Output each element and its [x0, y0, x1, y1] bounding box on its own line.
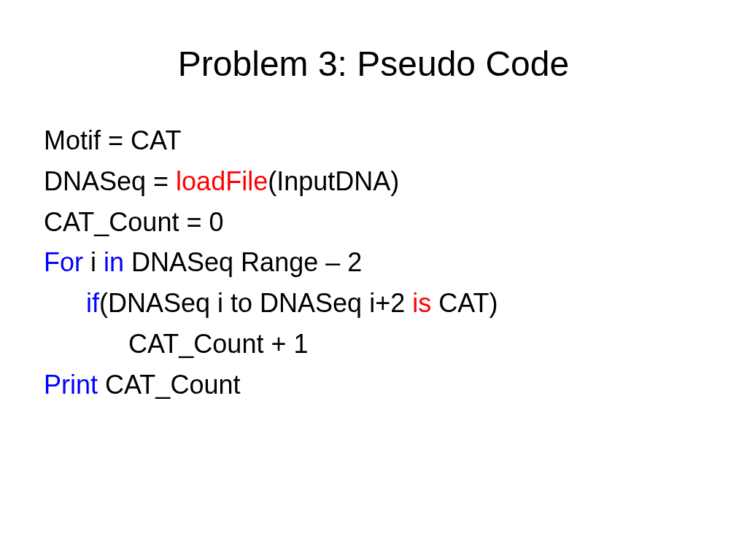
- code-line-5: if(DNASeq i to DNASeq i+2 is CAT): [44, 283, 703, 324]
- keyword-for: For: [44, 247, 83, 277]
- code-text: CAT): [431, 288, 498, 318]
- code-line-3: CAT_Count = 0: [44, 202, 703, 243]
- code-text: (InputDNA): [268, 166, 399, 196]
- keyword-loadfile: loadFile: [176, 166, 268, 196]
- slide-title: Problem 3: Pseudo Code: [44, 44, 703, 84]
- code-text: i: [83, 247, 104, 277]
- keyword-print: Print: [44, 370, 98, 400]
- code-text: (DNASeq i to DNASeq i+2: [99, 288, 412, 318]
- code-text: DNASeq Range – 2: [124, 247, 362, 277]
- keyword-in: in: [104, 247, 124, 277]
- code-text: DNASeq =: [44, 166, 176, 196]
- slide: Problem 3: Pseudo Code Motif = CAT DNASe…: [0, 0, 747, 560]
- code-line-6: CAT_Count + 1: [44, 324, 703, 365]
- code-text: CAT_Count: [98, 370, 240, 400]
- keyword-is: is: [412, 288, 431, 318]
- pseudo-code-block: Motif = CAT DNASeq = loadFile(InputDNA) …: [44, 120, 703, 405]
- code-line-4: For i in DNASeq Range – 2: [44, 242, 703, 283]
- code-line-2: DNASeq = loadFile(InputDNA): [44, 161, 703, 202]
- keyword-if: if: [86, 288, 99, 318]
- code-line-1: Motif = CAT: [44, 120, 703, 161]
- code-line-7: Print CAT_Count: [44, 365, 703, 405]
